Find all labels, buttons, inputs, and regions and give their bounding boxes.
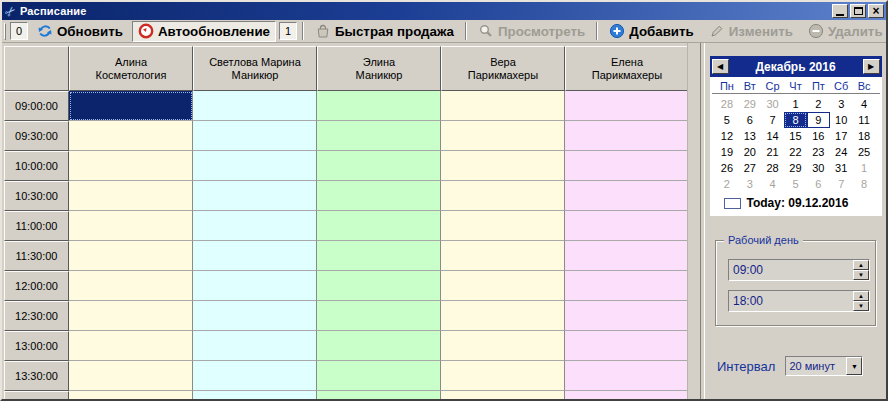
- schedule-cell[interactable]: [565, 91, 689, 121]
- time-row-header[interactable]: 13:30:00: [4, 361, 69, 391]
- schedule-cell[interactable]: [193, 301, 317, 331]
- spin-down-button[interactable]: ▼: [853, 270, 869, 280]
- calendar-day[interactable]: 28: [761, 160, 784, 176]
- calendar-day[interactable]: 4: [761, 176, 784, 192]
- schedule-cell[interactable]: [317, 361, 441, 391]
- schedule-cell[interactable]: [441, 391, 565, 401]
- schedule-cell[interactable]: [193, 91, 317, 121]
- spin-down-button[interactable]: ▼: [853, 301, 869, 311]
- schedule-cell[interactable]: [565, 361, 689, 391]
- workday-start-value[interactable]: 09:00: [729, 260, 853, 280]
- column-header-3[interactable]: ЭлинаМаникюр: [317, 46, 441, 91]
- calendar-day[interactable]: 29: [784, 160, 807, 176]
- schedule-cell[interactable]: [565, 181, 689, 211]
- schedule-cell[interactable]: [69, 361, 193, 391]
- schedule-cell[interactable]: [193, 181, 317, 211]
- calendar-day[interactable]: 5: [716, 112, 739, 128]
- schedule-cell[interactable]: [193, 151, 317, 181]
- calendar-day[interactable]: 27: [738, 160, 761, 176]
- schedule-cell[interactable]: [441, 121, 565, 151]
- time-row-header[interactable]: [4, 391, 69, 401]
- view-button[interactable]: Просмотреть: [472, 21, 591, 42]
- calendar-day[interactable]: 22: [784, 144, 807, 160]
- calendar-day[interactable]: 21: [761, 144, 784, 160]
- calendar-day[interactable]: 1: [853, 160, 876, 176]
- time-row-header[interactable]: 11:00:00: [4, 211, 69, 241]
- time-row-header[interactable]: 09:00:00: [4, 91, 69, 121]
- calendar-today-row[interactable]: Today: 09.12.2016: [710, 192, 882, 212]
- time-row-header[interactable]: 10:00:00: [4, 151, 69, 181]
- schedule-cell[interactable]: [441, 151, 565, 181]
- schedule-cell[interactable]: [69, 301, 193, 331]
- time-row-header[interactable]: 12:30:00: [4, 301, 69, 331]
- spin-up-button[interactable]: ▲: [853, 260, 869, 270]
- calendar-day[interactable]: 5: [784, 176, 807, 192]
- calendar-day[interactable]: 3: [738, 176, 761, 192]
- calendar-day[interactable]: 19: [716, 144, 739, 160]
- time-row-header[interactable]: 09:30:00: [4, 121, 69, 151]
- schedule-cell[interactable]: [69, 271, 193, 301]
- calendar-day[interactable]: 16: [807, 128, 830, 144]
- schedule-cell[interactable]: [69, 331, 193, 361]
- calendar-day[interactable]: 4: [853, 96, 876, 112]
- interval-dropdown[interactable]: 20 минут ▼: [785, 356, 863, 376]
- schedule-cell[interactable]: [441, 91, 565, 121]
- schedule-cell[interactable]: [317, 91, 441, 121]
- delete-button[interactable]: Удалить: [802, 21, 888, 42]
- schedule-cell[interactable]: [441, 241, 565, 271]
- calendar-day[interactable]: 28: [716, 96, 739, 112]
- calendar-day-today[interactable]: 9: [807, 112, 830, 128]
- spin-up-button[interactable]: ▲: [853, 291, 869, 301]
- calendar-day[interactable]: 13: [738, 128, 761, 144]
- calendar-day[interactable]: 6: [738, 112, 761, 128]
- calendar-day[interactable]: 7: [830, 176, 853, 192]
- schedule-cell[interactable]: [193, 361, 317, 391]
- schedule-cell[interactable]: [193, 271, 317, 301]
- column-header-5[interactable]: ЕленаПарикмахеры: [565, 46, 689, 91]
- time-row-header[interactable]: 10:30:00: [4, 181, 69, 211]
- schedule-cell[interactable]: [565, 391, 689, 401]
- schedule-cell[interactable]: [317, 151, 441, 181]
- column-header-4[interactable]: ВераПарикмахеры: [441, 46, 565, 91]
- schedule-cell[interactable]: [193, 211, 317, 241]
- toolbar-grip[interactable]: [4, 23, 6, 40]
- calendar-day[interactable]: 2: [716, 176, 739, 192]
- quick-sale-button[interactable]: Быстрая продажа: [309, 21, 460, 42]
- schedule-cell[interactable]: [69, 241, 193, 271]
- schedule-cell[interactable]: [441, 331, 565, 361]
- schedule-cell[interactable]: [441, 301, 565, 331]
- schedule-cell[interactable]: [565, 121, 689, 151]
- schedule-cell[interactable]: [565, 301, 689, 331]
- dropdown-arrow-icon[interactable]: ▼: [846, 357, 862, 375]
- maximize-button[interactable]: [850, 4, 866, 18]
- calendar-day[interactable]: 6: [807, 176, 830, 192]
- schedule-cell[interactable]: [317, 301, 441, 331]
- calendar-day[interactable]: 20: [738, 144, 761, 160]
- calendar-day[interactable]: 7: [761, 112, 784, 128]
- schedule-cell[interactable]: [317, 391, 441, 401]
- calendar-day[interactable]: 14: [761, 128, 784, 144]
- schedule-cell[interactable]: [69, 391, 193, 401]
- calendar-day[interactable]: 18: [853, 128, 876, 144]
- schedule-cell[interactable]: [565, 151, 689, 181]
- schedule-cell[interactable]: [69, 151, 193, 181]
- add-button[interactable]: Добавить: [603, 21, 700, 42]
- calendar-day[interactable]: 12: [716, 128, 739, 144]
- selected-schedule-cell[interactable]: [69, 91, 193, 121]
- schedule-cell[interactable]: [441, 271, 565, 301]
- calendar-day[interactable]: 2: [807, 96, 830, 112]
- calendar-day[interactable]: 31: [830, 160, 853, 176]
- calendar-day[interactable]: 25: [853, 144, 876, 160]
- schedule-cell[interactable]: [193, 331, 317, 361]
- minimize-button[interactable]: [832, 4, 848, 18]
- calendar-day[interactable]: 30: [807, 160, 830, 176]
- calendar-day[interactable]: 3: [830, 96, 853, 112]
- calendar-day[interactable]: 30: [761, 96, 784, 112]
- edit-button[interactable]: Изменить: [703, 21, 799, 42]
- schedule-cell[interactable]: [69, 181, 193, 211]
- time-row-header[interactable]: 12:00:00: [4, 271, 69, 301]
- schedule-cell[interactable]: [317, 121, 441, 151]
- schedule-cell[interactable]: [565, 211, 689, 241]
- schedule-cell[interactable]: [317, 271, 441, 301]
- counter-left-box[interactable]: 0: [10, 22, 28, 40]
